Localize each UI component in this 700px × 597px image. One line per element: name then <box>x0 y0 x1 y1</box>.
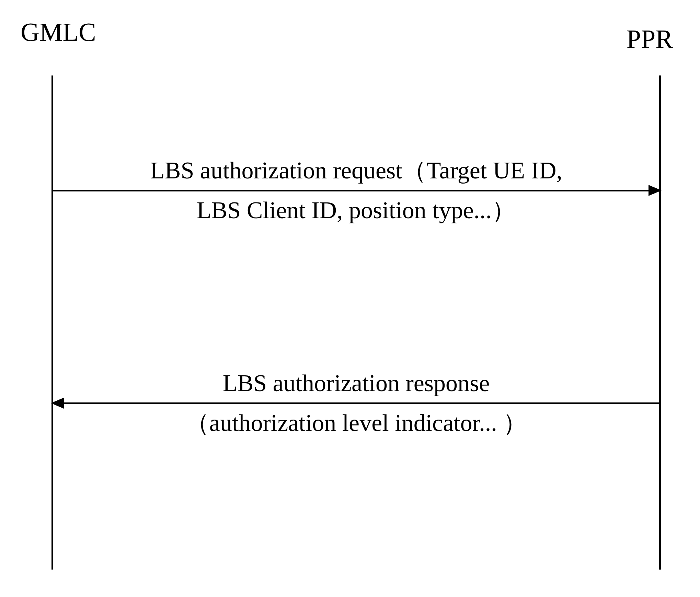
arrowhead-left-icon <box>51 398 64 409</box>
lifeline-ppr <box>659 75 661 570</box>
sequence-diagram: GMLC PPR LBS authorization request（Targe… <box>21 17 680 580</box>
message-auth-response-text-below: （authorization level indicator... ） <box>51 407 661 440</box>
arrow-response <box>51 402 661 404</box>
lifeline-gmlc <box>51 75 53 570</box>
actor-ppr-label: PPR <box>627 24 673 54</box>
message-auth-response: LBS authorization response （authorizatio… <box>51 367 661 439</box>
arrow-request <box>51 190 661 191</box>
message-auth-request-text-above: LBS authorization request（Target UE ID, <box>51 154 661 187</box>
arrowhead-right-icon <box>649 185 662 196</box>
message-auth-response-text-above: LBS authorization response <box>51 367 661 400</box>
message-auth-request-text-below: LBS Client ID, position type...） <box>51 194 661 227</box>
actor-gmlc-label: GMLC <box>21 17 96 47</box>
message-auth-request: LBS authorization request（Target UE ID, … <box>51 154 661 226</box>
